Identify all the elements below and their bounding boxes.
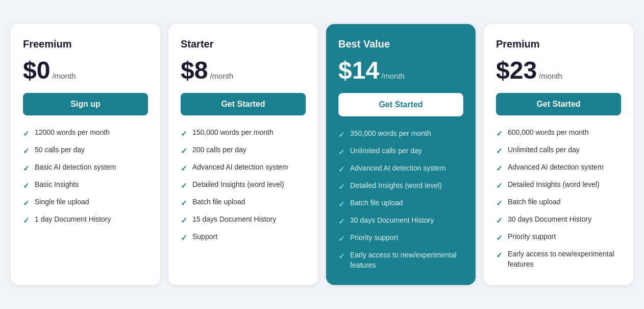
list-item: ✓Single file upload	[23, 197, 148, 208]
price-row-freemium: $0/month	[23, 58, 148, 83]
list-item: ✓Support	[181, 232, 306, 243]
feature-text: 150,000 words per month	[192, 128, 274, 138]
list-item: ✓1 day Document History	[23, 215, 148, 226]
feature-text: Advanced AI detection system	[508, 162, 604, 173]
price-period-freemium: /month	[52, 72, 76, 80]
check-icon: ✓	[181, 232, 187, 243]
check-icon: ✓	[338, 129, 345, 140]
list-item: ✓Basic Insights	[23, 180, 148, 191]
check-icon: ✓	[181, 163, 187, 174]
price-amount-best-value: $14	[338, 58, 379, 83]
check-icon: ✓	[338, 164, 345, 175]
list-item: ✓Detailed Insights (word level)	[496, 180, 621, 191]
feature-text: Detailed Insights (word level)	[350, 181, 442, 191]
check-icon: ✓	[338, 181, 345, 192]
price-amount-starter: $8	[181, 58, 208, 83]
check-icon: ✓	[181, 198, 187, 208]
feature-text: 12000 words per month	[35, 128, 110, 138]
feature-text: Basic Insights	[35, 180, 79, 190]
check-icon: ✓	[496, 215, 503, 226]
check-icon: ✓	[23, 128, 30, 139]
features-list-best-value: ✓350,000 words per month✓Unlimited calls…	[338, 129, 463, 270]
list-item: ✓Advanced AI detection system	[338, 163, 463, 175]
cta-button-premium[interactable]: Get Started	[496, 93, 621, 115]
plan-card-freemium: Freemium$0/monthSign up✓12000 words per …	[11, 24, 160, 284]
feature-text: Batch file upload	[350, 198, 403, 208]
price-row-best-value: $14/month	[338, 58, 463, 83]
price-period-best-value: /month	[381, 72, 405, 80]
check-icon: ✓	[181, 215, 187, 226]
check-icon: ✓	[23, 198, 30, 208]
price-amount-premium: $23	[496, 58, 537, 83]
list-item: ✓350,000 words per month	[338, 129, 463, 140]
list-item: ✓Priority support	[496, 232, 621, 243]
cta-button-freemium[interactable]: Sign up	[23, 93, 148, 115]
feature-text: Support	[192, 232, 217, 242]
list-item: ✓Batch file upload	[496, 197, 621, 208]
feature-text: 30 days Document History	[508, 215, 591, 225]
feature-text: 30 days Document History	[350, 216, 434, 226]
check-icon: ✓	[496, 163, 503, 174]
check-icon: ✓	[23, 215, 30, 226]
features-list-freemium: ✓12000 words per month✓50 calls per day✓…	[23, 128, 148, 226]
list-item: ✓150,000 words per month	[181, 128, 306, 139]
list-item: ✓Advanced AI detection system	[181, 162, 306, 174]
price-row-premium: $23/month	[496, 58, 621, 83]
feature-text: Unlimited calls per day	[508, 145, 580, 155]
plan-name-premium: Premium	[496, 38, 621, 50]
price-row-starter: $8/month	[181, 58, 306, 83]
feature-text: Early access to new/experimental feature…	[350, 250, 463, 270]
feature-text: Detailed Insights (word level)	[508, 180, 600, 190]
check-icon: ✓	[496, 250, 503, 260]
price-amount-freemium: $0	[23, 58, 50, 83]
feature-text: 350,000 words per month	[350, 129, 431, 139]
check-icon: ✓	[181, 146, 187, 156]
feature-text: Detailed Insights (word level)	[192, 180, 284, 190]
price-period-starter: /month	[210, 72, 233, 80]
feature-text: Advanced AI detection system	[192, 162, 288, 173]
check-icon: ✓	[496, 232, 503, 243]
plan-card-best-value: Best Value$14/monthGet Started✓350,000 w…	[326, 24, 476, 284]
list-item: ✓Early access to new/experimental featur…	[338, 250, 463, 270]
check-icon: ✓	[496, 180, 503, 191]
feature-text: Advanced AI detection system	[350, 163, 446, 174]
list-item: ✓Unlimited calls per day	[496, 145, 621, 156]
check-icon: ✓	[23, 180, 30, 191]
check-icon: ✓	[338, 199, 345, 209]
list-item: ✓Detailed Insights (word level)	[181, 180, 306, 191]
check-icon: ✓	[338, 147, 345, 157]
check-icon: ✓	[23, 163, 30, 174]
list-item: ✓15 days Document History	[181, 215, 306, 226]
feature-text: 50 calls per day	[35, 145, 85, 155]
check-icon: ✓	[338, 251, 345, 262]
price-period-premium: /month	[539, 72, 562, 80]
feature-text: Priority support	[508, 232, 556, 242]
features-list-premium: ✓600,000 words per month✓Unlimited calls…	[496, 128, 621, 269]
cta-button-starter[interactable]: Get Started	[181, 93, 306, 115]
list-item: ✓Early access to new/experimental featur…	[496, 249, 621, 269]
list-item: ✓Batch file upload	[338, 198, 463, 209]
pricing-container: Freemium$0/monthSign up✓12000 words per …	[11, 24, 633, 284]
feature-text: 200 calls per day	[192, 145, 246, 155]
list-item: ✓12000 words per month	[23, 128, 148, 139]
cta-button-best-value[interactable]: Get Started	[338, 93, 463, 116]
feature-text: 15 days Document History	[192, 215, 276, 225]
check-icon: ✓	[496, 198, 503, 208]
check-icon: ✓	[496, 146, 503, 156]
list-item: ✓30 days Document History	[338, 216, 463, 227]
feature-text: Unlimited calls per day	[350, 146, 422, 156]
list-item: ✓200 calls per day	[181, 145, 306, 156]
list-item: ✓30 days Document History	[496, 215, 621, 226]
plan-card-premium: Premium$23/monthGet Started✓600,000 word…	[484, 24, 633, 284]
list-item: ✓Priority support	[338, 233, 463, 244]
list-item: ✓Batch file upload	[181, 197, 306, 208]
feature-text: 1 day Document History	[35, 215, 111, 225]
feature-text: Early access to new/experimental feature…	[508, 249, 621, 269]
features-list-starter: ✓150,000 words per month✓200 calls per d…	[181, 128, 306, 243]
check-icon: ✓	[496, 128, 503, 139]
feature-text: 600,000 words per month	[508, 128, 589, 138]
list-item: ✓600,000 words per month	[496, 128, 621, 139]
list-item: ✓Unlimited calls per day	[338, 146, 463, 157]
plan-card-starter: Starter$8/monthGet Started✓150,000 words…	[168, 24, 318, 284]
list-item: ✓Advanced AI detection system	[496, 162, 621, 174]
